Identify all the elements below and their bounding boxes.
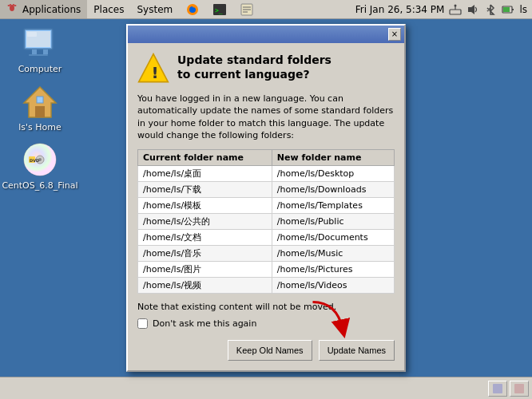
dialog-main-title: Update standard foldersto current langua… [177,53,332,81]
panel-firefox[interactable] [179,0,206,18]
current-folder-cell: /home/ls/下载 [138,182,272,198]
new-folder-cell: /home/ls/Downloads [272,182,394,198]
current-folder-cell: /home/ls/文档 [138,230,272,246]
dont-ask-label[interactable]: Don't ask me this again [153,318,256,329]
applications-label: Applications [22,4,81,15]
svg-rect-19 [503,7,510,12]
col-header-current: Current folder name [138,150,272,166]
svg-rect-40 [514,384,524,393]
taskbar-btn-2[interactable] [510,381,529,397]
bluetooth-icon [484,3,497,16]
ls-label: ls [519,4,527,15]
svg-point-2 [10,4,11,6]
panel-places[interactable]: Places [87,0,130,18]
taskbar-btn-1[interactable] [488,381,507,397]
current-folder-cell: /home/ls/公共的 [138,214,272,230]
table-row: /home/ls/音乐/home/ls/Music [138,246,395,262]
col-header-new: New folder name [272,150,394,166]
table-row: /home/ls/模板/home/ls/Templates [138,198,395,214]
panel-terminal[interactable]: >_ [206,0,233,18]
dialog-body: ! Update standard foldersto current lang… [128,43,404,371]
warning-icon: ! [137,53,169,85]
terminal-icon: >_ [212,2,227,17]
svg-marker-16 [468,5,474,14]
taskbar-icon-1 [492,383,503,394]
svg-point-15 [455,4,457,6]
taskbar-icon-2 [514,383,525,394]
dialog-close-button[interactable]: × [388,28,401,41]
table-row: /home/ls/公共的/home/ls/Public [138,214,395,230]
dialog-buttons: Keep Old Names Update Names [137,340,395,361]
dialog-header: ! Update standard foldersto current lang… [137,53,395,85]
svg-text:!: ! [152,62,159,81]
battery-icon [502,3,514,16]
current-folder-cell: /home/ls/音乐 [138,246,272,262]
table-row: /home/ls/下载/home/ls/Downloads [138,182,395,198]
svg-text:>_: >_ [215,7,223,14]
svg-rect-39 [493,384,502,393]
new-folder-cell: /home/ls/Desktop [272,166,394,182]
bottom-panel [0,377,532,399]
dialog-overlay: × ! Update standard foldersto current la… [0,19,532,377]
system-label: System [137,4,173,15]
places-label: Places [93,4,124,15]
dont-ask-checkbox[interactable] [137,318,148,329]
new-folder-cell: /home/ls/Templates [272,198,394,214]
firefox-icon [185,2,200,17]
update-names-dialog: × ! Update standard foldersto current la… [126,24,406,373]
new-folder-cell: /home/ls/Music [272,246,394,262]
panel-applications[interactable]: Applications [0,0,87,18]
footprint-icon [6,3,19,16]
svg-rect-18 [512,9,514,10]
top-panel: Applications Places System >_ [0,0,532,19]
keep-old-names-button[interactable]: Keep Old Names [228,340,312,361]
svg-rect-13 [450,10,461,14]
new-folder-cell: /home/ls/Documents [272,230,394,246]
dialog-description: You have logged in in a new language. Yo… [137,93,395,142]
volume-icon [466,3,479,16]
desktop: Applications Places System >_ [0,0,532,399]
current-folder-cell: /home/ls/桌面 [138,166,272,182]
panel-right: Fri Jan 26, 5:34 PM ls [355,3,532,16]
folder-table: Current folder name New folder name /hom… [137,149,395,294]
table-row: /home/ls/视频/home/ls/Videos [138,278,395,294]
panel-edit[interactable] [233,0,260,18]
current-folder-cell: /home/ls/视频 [138,278,272,294]
panel-system[interactable]: System [130,0,179,18]
datetime-label: Fri Jan 26, 5:34 PM [355,4,445,15]
new-folder-cell: /home/ls/Pictures [272,262,394,278]
red-arrow-indicator [307,296,355,344]
table-row: /home/ls/图片/home/ls/Pictures [138,262,395,278]
note-text: Note that existing content will not be m… [137,302,395,312]
current-folder-cell: /home/ls/图片 [138,262,272,278]
new-folder-cell: /home/ls/Videos [272,278,394,294]
edit-icon [240,2,254,17]
table-row: /home/ls/文档/home/ls/Documents [138,230,395,246]
table-row: /home/ls/桌面/home/ls/Desktop [138,166,395,182]
svg-point-0 [10,5,14,11]
dialog-titlebar: × [128,26,404,43]
new-folder-cell: /home/ls/Public [272,214,394,230]
current-folder-cell: /home/ls/模板 [138,198,272,214]
svg-point-4 [14,5,17,6]
checkbox-row: Don't ask me this again [137,318,395,329]
network-icon [449,3,462,16]
